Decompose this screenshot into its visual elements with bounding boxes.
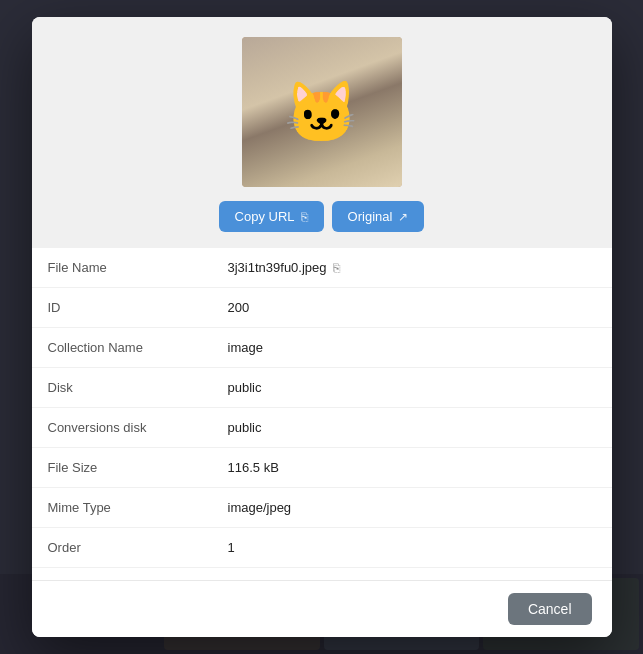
copy-url-label: Copy URL: [235, 209, 295, 224]
detail-value-text: 1: [228, 540, 235, 555]
detail-value-text: image/jpeg: [228, 500, 292, 515]
table-row: File Size116.5 kB: [32, 448, 612, 488]
detail-value: 116.5 kB: [212, 450, 612, 485]
copy-icon: ⎘: [301, 210, 308, 224]
copy-url-button[interactable]: Copy URL ⎘: [219, 201, 324, 232]
table-row: Order1: [32, 528, 612, 568]
modal-image-section: Copy URL ⎘ Original ↗: [32, 17, 612, 248]
cat-photo: [242, 37, 402, 187]
detail-label: File Name: [32, 250, 212, 285]
detail-label: Collection Name: [32, 330, 212, 365]
detail-value-text: 3j3i1tn39fu0.jpeg: [228, 260, 327, 275]
detail-value: image: [212, 330, 612, 365]
detail-value: public: [212, 410, 612, 445]
detail-label: ID: [32, 290, 212, 325]
external-link-icon: ↗: [398, 210, 408, 224]
detail-value-text: 116.5 kB: [228, 460, 279, 475]
detail-value: 3j3i1tn39fu0.jpeg⎘: [212, 250, 612, 285]
detail-value-text: public: [228, 380, 262, 395]
original-button[interactable]: Original ↗: [332, 201, 425, 232]
detail-value: 1: [212, 530, 612, 565]
detail-label: Created at: [32, 571, 212, 581]
media-image: [242, 37, 402, 187]
modal-overlay: Copy URL ⎘ Original ↗ File Name3j3i1tn39…: [0, 0, 643, 654]
detail-label: Disk: [32, 370, 212, 405]
detail-value: image/jpeg: [212, 490, 612, 525]
table-row: Conversions diskpublic: [32, 408, 612, 448]
table-row: File Name3j3i1tn39fu0.jpeg⎘: [32, 248, 612, 288]
table-row: ID200: [32, 288, 612, 328]
detail-label: File Size: [32, 450, 212, 485]
detail-label: Order: [32, 530, 212, 565]
cancel-button[interactable]: Cancel: [508, 593, 592, 625]
detail-value: 09/05/2023, 16:26 UTC: [212, 571, 612, 581]
modal-footer: Cancel: [32, 580, 612, 637]
table-row: Created at09/05/2023, 16:26 UTC: [32, 568, 612, 580]
detail-value: public: [212, 370, 612, 405]
detail-value-text: 200: [228, 300, 250, 315]
table-row: Collection Nameimage: [32, 328, 612, 368]
table-row: Diskpublic: [32, 368, 612, 408]
details-table: File Name3j3i1tn39fu0.jpeg⎘ID200Collecti…: [32, 248, 612, 580]
table-row: Mime Typeimage/jpeg: [32, 488, 612, 528]
original-label: Original: [348, 209, 393, 224]
modal-action-buttons: Copy URL ⎘ Original ↗: [219, 201, 425, 232]
detail-value-text: image: [228, 340, 263, 355]
detail-value-text: public: [228, 420, 262, 435]
media-detail-modal: Copy URL ⎘ Original ↗ File Name3j3i1tn39…: [32, 17, 612, 637]
detail-value: 200: [212, 290, 612, 325]
detail-label: Mime Type: [32, 490, 212, 525]
copy-value-icon[interactable]: ⎘: [333, 261, 340, 275]
detail-label: Conversions disk: [32, 410, 212, 445]
